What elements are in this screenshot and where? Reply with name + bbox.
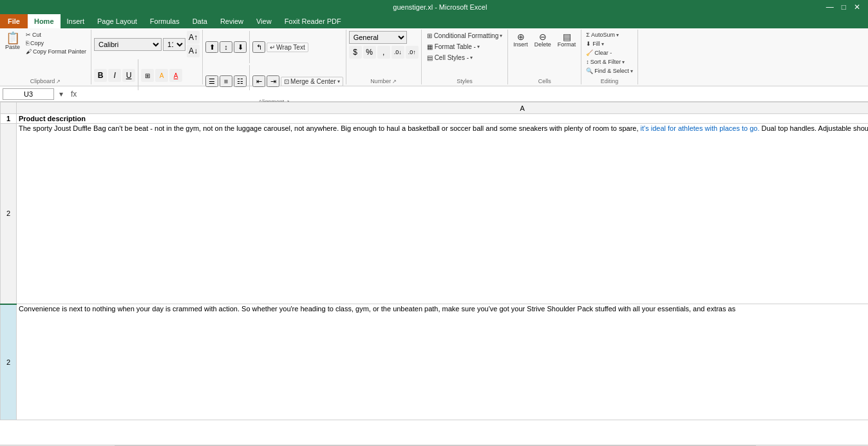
tab-data[interactable]: Data [186, 14, 214, 28]
paste-icon: 📋 [6, 32, 20, 44]
sheet-table: A B C D E F G H I J K L M N [0, 102, 868, 420]
wrap-text-icon: ↵ [270, 44, 275, 51]
sort-icon: ↕ [586, 59, 589, 65]
autosum-icon: Σ [586, 32, 590, 38]
row-number[interactable]: 1 [1, 114, 17, 124]
fill-button[interactable]: ⬇ Fill ▾ [584, 40, 606, 48]
merge-center-button[interactable]: ⊡ Merge & Center ▾ [281, 77, 343, 86]
tab-view[interactable]: View [250, 14, 278, 28]
cell-A3[interactable]: Convenience is next to nothing when your… [17, 304, 869, 420]
align-middle-button[interactable]: ↕ [220, 41, 232, 53]
font-group: Calibri 11 A↑ A↓ B I U ⊞ A A Fo [91, 30, 203, 84]
ribbon: 📋 Paste ✂ Cut ⎘ Copy 🖌 Copy Format Paint… [0, 28, 868, 86]
conditional-formatting-icon: ⊞ [427, 32, 432, 39]
insert-cells-button[interactable]: ⊕ Insert [511, 31, 531, 49]
name-box[interactable] [3, 88, 54, 100]
font-name-select[interactable]: Calibri [94, 38, 162, 51]
comma-button[interactable]: , [377, 46, 390, 59]
number-expand-icon[interactable]: ↗ [392, 79, 397, 84]
column-headers: A B C D E F G H I J K L M N [1, 102, 869, 114]
increase-font-button[interactable]: A↑ [187, 31, 200, 44]
number-group: General $ % , .0↓ .0↑ Number ↗ [346, 30, 422, 84]
format-cells-button[interactable]: ▤ Format [555, 31, 579, 49]
paste-button[interactable]: 📋 Paste [3, 31, 23, 52]
decrease-indent-button[interactable]: ⇤ [252, 75, 265, 87]
align-right-button[interactable]: ☷ [234, 75, 247, 87]
format-as-table-button[interactable]: ▦ Format Table - ▾ [424, 42, 505, 52]
currency-button[interactable]: $ [349, 46, 362, 59]
cell-styles-button[interactable]: ▤ Cell Styles - ▾ [424, 53, 505, 63]
text-direction-button[interactable]: ↰ [252, 41, 265, 53]
editing-group: Σ AutoSum ▾ ⬇ Fill ▾ 🧹 Clear - ↕ Sort & … [581, 30, 638, 84]
ribbon-tabs: File Home Insert Page Layout Formulas Da… [0, 14, 868, 28]
font-size-select[interactable]: 11 [163, 38, 185, 51]
sheet-area[interactable]: A B C D E F G H I J K L M N [0, 102, 868, 445]
border-button[interactable]: ⊞ [141, 69, 154, 82]
format-table-icon: ▦ [427, 43, 433, 50]
tab-file[interactable]: File [0, 14, 28, 28]
autosum-button[interactable]: Σ AutoSum ▾ [584, 31, 621, 39]
minimize-button[interactable]: — [824, 3, 836, 12]
styles-group: ⊞ Conditional Formatting ▾ ▦ Format Tabl… [422, 30, 509, 84]
table-row: 2 The sporty Joust Duffle Bag can't be b… [1, 124, 869, 304]
cell-A2[interactable]: The sporty Joust Duffle Bag can't be bea… [17, 124, 869, 304]
clipboard-group: 📋 Paste ✂ Cut ⎘ Copy 🖌 Copy Format Paint… [0, 30, 91, 84]
delete-cells-button[interactable]: ⊖ Delete [532, 31, 554, 49]
fill-icon: ⬇ [586, 41, 591, 47]
italic-button[interactable]: I [108, 69, 121, 82]
decrease-decimal-button[interactable]: .0↓ [392, 46, 404, 59]
decrease-font-button[interactable]: A↓ [187, 44, 200, 57]
find-icon: 🔍 [586, 68, 593, 74]
number-format-select[interactable]: General [349, 31, 407, 44]
table-row: 2 Convenience is next to nothing when yo… [1, 304, 869, 420]
cut-button[interactable]: ✂ Cut [24, 31, 88, 39]
tab-pagelayout[interactable]: Page Layout [91, 14, 144, 28]
clipboard-expand-icon[interactable]: ↗ [56, 79, 61, 84]
formula-input[interactable] [82, 90, 865, 98]
tab-home[interactable]: Home [28, 14, 61, 28]
maximize-button[interactable]: □ [839, 3, 849, 12]
clear-icon: 🧹 [586, 50, 593, 56]
sort-filter-button[interactable]: ↕ Sort & Filter ▾ [584, 58, 627, 66]
increase-indent-button[interactable]: ⇥ [267, 75, 279, 87]
bold-button[interactable]: B [94, 69, 107, 82]
format-painter-button[interactable]: 🖌 Copy Format Painter [24, 48, 88, 55]
tab-foxit[interactable]: Foxit Reader PDF [278, 14, 348, 28]
cut-icon: ✂ [26, 32, 31, 38]
table-row: 1 Product description Product name price… [1, 114, 869, 124]
format-painter-icon: 🖌 [26, 48, 32, 55]
corner-header[interactable] [1, 102, 17, 114]
row-number[interactable]: 2 [1, 124, 17, 304]
find-select-button[interactable]: 🔍 Find & Select ▾ [584, 67, 635, 75]
copy-button[interactable]: ⎘ Copy [24, 39, 88, 47]
align-left-button[interactable]: ☰ [205, 75, 218, 87]
close-button[interactable]: ✕ [851, 3, 863, 12]
expand-formula-icon[interactable]: ▾ [57, 90, 66, 99]
title-bar-title: guenstiger.xl - Microsoft Excel [57, 3, 824, 11]
tab-insert[interactable]: Insert [61, 14, 91, 28]
cells-group: ⊕ Insert ⊖ Delete ▤ Format Cells [508, 30, 581, 84]
copy-icon: ⎘ [26, 40, 29, 46]
clear-button[interactable]: 🧹 Clear - [584, 49, 614, 57]
increase-decimal-button[interactable]: .0↑ [406, 46, 419, 59]
row-number[interactable]: 2 [1, 304, 17, 420]
cell-A1[interactable]: Product description [17, 114, 869, 124]
align-top-button[interactable]: ⬆ [205, 41, 218, 53]
title-bar: guenstiger.xl - Microsoft Excel — □ ✕ [0, 0, 868, 14]
fill-color-button[interactable]: A [155, 69, 168, 82]
percent-button[interactable]: % [363, 46, 376, 59]
insert-icon: ⊕ [517, 32, 525, 41]
underline-button[interactable]: U [122, 69, 135, 82]
tab-review[interactable]: Review [214, 14, 250, 28]
conditional-formatting-button[interactable]: ⊞ Conditional Formatting ▾ [424, 31, 505, 41]
spreadsheet-container: A B C D E F G H I J K L M N [0, 102, 868, 445]
formula-function-icon[interactable]: fx [68, 90, 79, 99]
align-center-button[interactable]: ≡ [220, 75, 232, 87]
col-header-A[interactable]: A [17, 102, 869, 114]
cell-styles-icon: ▤ [427, 54, 433, 61]
tab-formulas[interactable]: Formulas [144, 14, 186, 28]
align-bottom-button[interactable]: ⬇ [234, 41, 247, 53]
font-color-button[interactable]: A [169, 69, 182, 82]
delete-icon: ⊖ [539, 32, 547, 41]
wrap-text-button[interactable]: ↵ Wrap Text [267, 43, 308, 52]
